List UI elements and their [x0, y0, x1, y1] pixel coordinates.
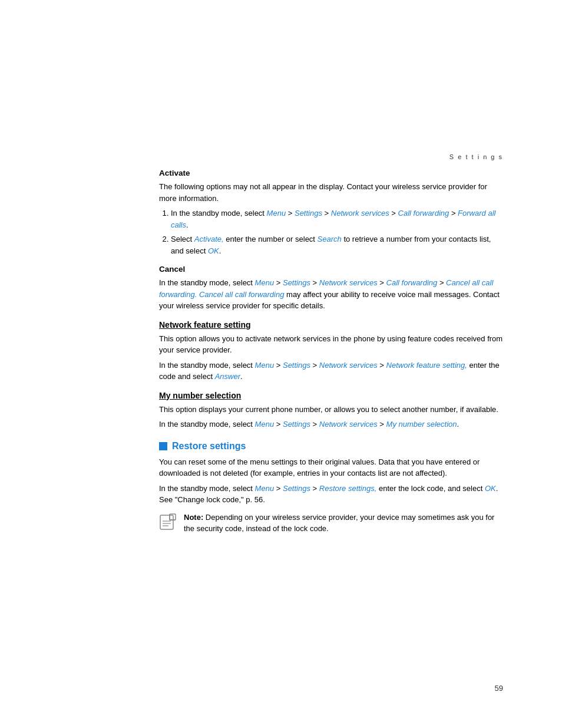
- nf-sep2: >: [310, 361, 319, 370]
- step1-end: .: [186, 220, 189, 229]
- network-feature-section: Network feature setting This option allo…: [159, 320, 503, 383]
- restore-section: Restore settings You can reset some of t…: [159, 441, 503, 538]
- rs-sep2: >: [310, 484, 319, 493]
- settings-label: S e t t i n g s: [159, 153, 503, 160]
- restore-heading-block: Restore settings: [159, 441, 503, 452]
- cancel-call-link: Call forwarding: [386, 278, 438, 287]
- nf-menu-link: Menu: [255, 361, 275, 370]
- note-label: Note:: [184, 513, 203, 522]
- nf-network-link: Network services: [319, 361, 378, 370]
- activate-step1: In the standby mode, select Menu > Setti…: [171, 207, 503, 230]
- cancel-network-link: Network services: [319, 278, 378, 287]
- step2-pre: Select: [171, 235, 194, 243]
- cancel-sep2: >: [310, 278, 319, 287]
- mn-settings-link: Settings: [283, 420, 310, 429]
- activate-section: Activate The following options may not a…: [159, 169, 503, 256]
- cancel-settings-link: Settings: [283, 278, 310, 287]
- mn-sep2: >: [310, 420, 319, 429]
- note-body: Depending on your wireless service provi…: [184, 513, 494, 533]
- cancel-section: Cancel In the standby mode, select Menu …: [159, 265, 503, 312]
- rs-pre: In the standby mode, select: [159, 484, 255, 493]
- content-area: S e t t i n g s Activate The following o…: [159, 0, 503, 538]
- step1-sep3: >: [389, 209, 398, 218]
- my-number-section: My number selection This option displays…: [159, 391, 503, 430]
- step1-sep2: >: [322, 209, 331, 218]
- restore-heading-text: Restore settings: [172, 441, 246, 452]
- step1-settings-link: Settings: [295, 209, 322, 218]
- rs-settings-link: Settings: [283, 484, 310, 493]
- cancel-heading: Cancel: [159, 265, 503, 274]
- rs-sep1: >: [274, 484, 283, 493]
- step1-menu-link: Menu: [267, 209, 286, 218]
- step2-end: .: [219, 246, 222, 255]
- activate-steps: In the standby mode, select Menu > Setti…: [171, 207, 503, 256]
- my-number-desc: This option displays your current phone …: [159, 404, 503, 416]
- svg-rect-0: [160, 515, 173, 529]
- mn-end: .: [457, 420, 459, 429]
- nf-pre: In the standby mode, select: [159, 361, 255, 370]
- page: S e t t i n g s Activate The following o…: [0, 0, 562, 728]
- rs-ok-link: OK: [485, 484, 496, 493]
- mn-sep1: >: [274, 420, 283, 429]
- step2-ok-link: OK: [208, 246, 219, 255]
- mn-pre: In the standby mode, select: [159, 420, 255, 429]
- note-icon: [159, 513, 178, 532]
- mn-selection-link: My number selection: [386, 420, 457, 429]
- activate-heading: Activate: [159, 169, 503, 177]
- rs-post: enter the lock code, and select: [376, 484, 485, 493]
- cancel-sep4: >: [437, 278, 446, 287]
- step1-sep4: >: [449, 209, 458, 218]
- cancel-text: In the standby mode, select Menu > Setti…: [159, 277, 503, 312]
- page-number: 59: [495, 684, 503, 693]
- blue-square-icon: [159, 442, 167, 450]
- cancel-pre1: In the standby mode, select: [159, 278, 255, 287]
- step1-network-link: Network services: [331, 209, 389, 218]
- rs-restore-link: Restore settings,: [319, 484, 377, 493]
- restore-desc1: You can reset some of the menu settings …: [159, 456, 503, 479]
- step2-search-link: Search: [318, 235, 342, 243]
- mn-network-link: Network services: [319, 420, 378, 429]
- step1-sep1: >: [286, 209, 295, 218]
- nf-sep3: >: [378, 361, 386, 370]
- nf-answer-link: Answer: [215, 372, 240, 381]
- restore-path: In the standby mode, select Menu > Setti…: [159, 483, 503, 506]
- rs-menu-link: Menu: [255, 484, 275, 493]
- step2-activate-link: Activate,: [194, 235, 224, 243]
- cancel-menu-link: Menu: [255, 278, 275, 287]
- my-number-path: In the standby mode, select Menu > Setti…: [159, 419, 503, 430]
- mn-menu-link: Menu: [255, 420, 275, 429]
- nf-feature-link: Network feature setting,: [386, 361, 467, 370]
- network-feature-desc: This option allows you to activate netwo…: [159, 333, 503, 356]
- note-block: Note: Depending on your wireless service…: [159, 512, 503, 538]
- step1-call-link: Call forwarding: [398, 209, 449, 218]
- note-text: Note: Depending on your wireless service…: [184, 512, 503, 535]
- activate-step2: Select Activate, enter the number or sel…: [171, 233, 503, 256]
- my-number-heading: My number selection: [159, 391, 503, 400]
- nf-settings-link: Settings: [283, 361, 310, 370]
- cancel-all2-link: Cancel all call forwarding: [199, 290, 285, 299]
- step1-pre: In the standby mode, select: [171, 209, 267, 218]
- nf-end: .: [240, 372, 243, 381]
- network-feature-path: In the standby mode, select Menu > Setti…: [159, 360, 503, 383]
- cancel-sep3: >: [378, 278, 386, 287]
- mn-sep3: >: [378, 420, 386, 429]
- nf-sep1: >: [274, 361, 283, 370]
- cancel-sep1: >: [274, 278, 283, 287]
- network-feature-heading: Network feature setting: [159, 320, 503, 330]
- step2-mid: enter the number or select: [224, 235, 318, 243]
- activate-intro: The following options may not all appear…: [159, 181, 503, 204]
